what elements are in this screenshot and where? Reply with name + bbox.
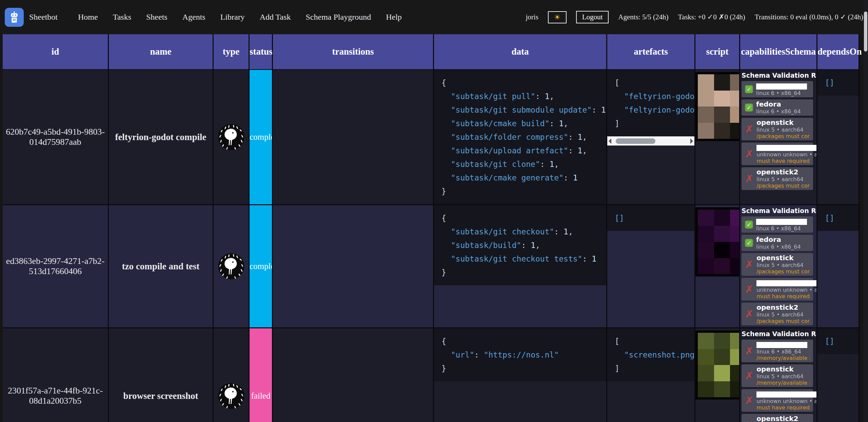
cell-type	[214, 205, 250, 328]
cell-id: 620b7c49-a5bd-491b-9803-014d75987aab	[3, 70, 109, 205]
artefacts-json-block: [ "feltyrion-godot-windo "feltyrion-godo…	[607, 70, 694, 136]
script-thumbnail[interactable]	[695, 330, 740, 400]
nav-item-library[interactable]: Library	[220, 13, 245, 22]
cell-id: ed3863eb-2997-4271-a7b2-513d17660406	[3, 205, 109, 328]
schema-entry: ✓linux 6 • x86_64	[742, 81, 813, 97]
schema-entry-name: openstick2	[756, 168, 810, 176]
data-json-block: { "subtask/git checkout": 1, "subtask/bu…	[434, 205, 606, 285]
schema-entry-body: openstick2linux 5 • aarch64/packages mus…	[756, 304, 810, 324]
schema-entry-body: unknown unknown • aarch64must have requi…	[756, 390, 810, 411]
schema-entry-body: openstick2linux 5 • aarch64/packages mus…	[756, 168, 810, 189]
cell-capabilities-schema: Schema Validation Results ✓0 ✗5 (of 5)✗l…	[740, 328, 817, 422]
agents-stat: Agents: 5/5 (24h)	[618, 13, 668, 21]
schema-entry-body: unknown unknown • aarch64must have requi…	[756, 279, 810, 300]
col-header-id[interactable]: id	[3, 34, 109, 70]
schema-entry-platform: linux 6 • x86_64	[756, 348, 810, 355]
col-header-dependsOn[interactable]: dependsOn	[817, 34, 860, 70]
deno-logo-icon	[217, 392, 245, 398]
check-icon: ✓	[745, 85, 753, 93]
schema-entry-name	[756, 82, 807, 90]
schema-entry-name: openstick	[756, 119, 810, 127]
table-header-row: id name type status transitions data art…	[3, 34, 860, 70]
cell-name: tzo compile and test	[109, 205, 214, 328]
brand-title[interactable]: Sheetbot	[29, 13, 58, 22]
cell-capabilities-schema: Schema Validation Results ✓2 ✗3 (of 5)✓l…	[740, 70, 817, 205]
x-icon: ✗	[745, 396, 753, 405]
schema-entry-body: unknown unknown • aarch64must have requi…	[756, 143, 810, 164]
schema-entry: ✗openstick2linux 5 • aarch64/packages mu…	[742, 303, 813, 325]
schema-entry: ✗opensticklinux 5 • aarch64/memory/avail…	[742, 364, 813, 387]
col-header-capabilitiesSchema[interactable]: capabilitiesSchema	[740, 34, 817, 70]
schema-entry-error: /packages must contain at least 1 valid …	[756, 183, 810, 189]
sheetbot-robot-logo-icon[interactable]	[5, 8, 24, 27]
nav-item-add-task[interactable]: Add Task	[260, 13, 291, 22]
cell-transitions	[273, 70, 434, 205]
schema-entry-body: opensticklinux 5 • aarch64/packages must…	[756, 119, 810, 139]
task-id: 2301f57a-a71e-44fb-921c-08d1a20037b5	[8, 386, 103, 406]
schema-entry: ✗unknown unknown • aarch64must have requ…	[742, 278, 813, 301]
col-header-artefacts[interactable]: artefacts	[607, 34, 695, 70]
theme-toggle-button[interactable]: ☀	[548, 11, 567, 23]
logout-button[interactable]: Logout	[576, 11, 609, 23]
cell-name: feltyrion-godot compile	[109, 70, 214, 205]
data-json-block: { "url": "https://nos.nl"}	[434, 328, 606, 381]
task-name: feltyrion-godot compile	[115, 132, 206, 142]
schema-entry-platform: linux 5 • aarch64	[756, 373, 810, 380]
col-header-type[interactable]: type	[214, 34, 250, 70]
schema-entry-platform: unknown unknown • aarch64	[756, 151, 810, 158]
schema-entry-name: fedora	[756, 236, 801, 244]
script-thumbnail[interactable]	[695, 72, 740, 141]
nav-item-agents[interactable]: Agents	[182, 13, 205, 22]
check-icon: ✓	[745, 220, 753, 229]
nav-item-home[interactable]: Home	[78, 13, 98, 22]
redacted-name-box	[756, 219, 807, 225]
schema-entry-body: linux 6 • x86_64	[756, 217, 807, 232]
task-name: browser screenshot	[123, 391, 198, 401]
artefacts-json-block: [ "screenshot.png"]	[607, 328, 694, 381]
schema-entry: ✗unknown unknown • aarch64must have requ…	[742, 389, 813, 412]
col-header-script[interactable]: script	[695, 34, 740, 70]
x-icon: ✗	[745, 421, 753, 422]
scroll-left-arrow-icon[interactable]	[609, 138, 611, 144]
schema-entry-name	[756, 390, 810, 398]
nav-item-sheets[interactable]: Sheets	[146, 13, 167, 22]
col-header-data[interactable]: data	[434, 34, 607, 70]
schema-validation-title: Schema Validation Results ✓2 ✗3 (of 5)	[740, 205, 816, 216]
schema-entry-platform: linux 6 • x86_64	[756, 244, 801, 250]
schema-entry: ✗openstick2linux 5 • aarch64/packages mu…	[742, 167, 813, 190]
scrollbar-track[interactable]	[613, 138, 689, 144]
col-header-transitions[interactable]: transitions	[273, 34, 434, 70]
nav-item-tasks[interactable]: Tasks	[113, 13, 131, 22]
artefacts-horizontal-scrollbar[interactable]	[607, 136, 694, 146]
schema-entry-error: /packages must contain at least 1 valid …	[756, 318, 810, 324]
table-row[interactable]: 2301f57a-a71e-44fb-921c-08d1a20037b5brow…	[3, 328, 860, 422]
script-thumbnail[interactable]	[695, 207, 740, 276]
schema-entry-name: openstick	[756, 365, 810, 373]
schema-entry-name: openstick2	[756, 415, 810, 422]
cell-transitions	[273, 328, 434, 422]
schema-entry: ✗opensticklinux 5 • aarch64/packages mus…	[742, 253, 813, 276]
vertical-scrollbar-thumb[interactable]	[864, 12, 867, 52]
cell-data: { "url": "https://nos.nl"}	[434, 328, 607, 422]
scroll-right-arrow-icon[interactable]	[690, 138, 693, 144]
schema-entry-error: must have required property 'memory'	[756, 404, 810, 411]
tasks-table-wrap: id name type status transitions data art…	[3, 34, 860, 422]
cell-id: 2301f57a-a71e-44fb-921c-08d1a20037b5	[3, 328, 109, 422]
table-row[interactable]: ed3863eb-2997-4271-a7b2-513d17660406tzo …	[3, 205, 860, 328]
col-header-name[interactable]: name	[109, 34, 214, 70]
cell-data: { "subtask/git checkout": 1, "subtask/bu…	[434, 205, 607, 328]
col-header-status[interactable]: status	[250, 34, 273, 70]
scrollbar-thumb[interactable]	[616, 138, 655, 144]
status-badge: completed	[250, 70, 273, 205]
nav-item-schema-playground[interactable]: Schema Playground	[306, 13, 371, 22]
schema-entry: ✗opensticklinux 5 • aarch64/packages mus…	[742, 118, 813, 140]
schema-entry-name: openstick2	[756, 304, 810, 311]
schema-entry-error: /memory/available must be >= 500	[756, 355, 810, 361]
dependson-json-block: []	[817, 328, 859, 354]
schema-validation-title: Schema Validation Results ✓0 ✗5 (of 5)	[740, 328, 816, 340]
task-id: 620b7c49-a5bd-491b-9803-014d75987aab	[6, 127, 105, 147]
table-row[interactable]: 620b7c49-a5bd-491b-9803-014d75987aabfelt…	[3, 70, 860, 205]
schema-entry-body: fedoralinux 6 • x86_64	[756, 236, 801, 250]
nav-item-help[interactable]: Help	[386, 13, 402, 22]
vertical-scrollbar[interactable]	[863, 0, 868, 422]
